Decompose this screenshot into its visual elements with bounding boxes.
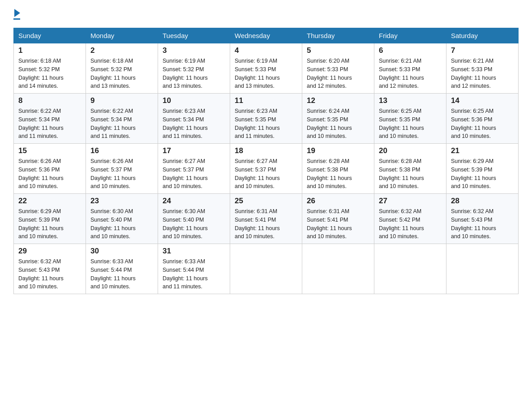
day-number: 7 [451,46,514,55]
day-number: 12 [307,96,369,105]
day-info: Sunrise: 6:27 AMSunset: 5:37 PMDaylight:… [163,157,225,191]
calendar-cell: 21Sunrise: 6:29 AMSunset: 5:39 PMDayligh… [446,144,519,194]
day-number: 22 [18,197,81,206]
day-info: Sunrise: 6:21 AMSunset: 5:33 PMDaylight:… [451,57,514,90]
day-info: Sunrise: 6:20 AMSunset: 5:33 PMDaylight:… [307,57,369,90]
day-number: 15 [18,146,81,155]
day-number: 19 [307,146,369,155]
calendar-cell: 17Sunrise: 6:27 AMSunset: 5:37 PMDayligh… [158,144,230,194]
day-info: Sunrise: 6:27 AMSunset: 5:37 PMDaylight:… [235,157,297,191]
calendar-table: SundayMondayTuesdayWednesdayThursdayFrid… [13,28,519,294]
calendar-cell: 19Sunrise: 6:28 AMSunset: 5:38 PMDayligh… [302,144,374,194]
column-header-wednesday: Wednesday [230,28,302,43]
calendar-cell: 30Sunrise: 6:33 AMSunset: 5:44 PMDayligh… [86,244,158,294]
calendar-cell [230,244,302,294]
day-number: 20 [379,146,442,155]
calendar-cell: 6Sunrise: 6:21 AMSunset: 5:33 PMDaylight… [374,43,446,94]
calendar-cell: 25Sunrise: 6:31 AMSunset: 5:41 PMDayligh… [230,194,302,244]
day-number: 4 [235,46,297,55]
day-info: Sunrise: 6:28 AMSunset: 5:38 PMDaylight:… [379,157,442,191]
day-info: Sunrise: 6:30 AMSunset: 5:40 PMDaylight:… [90,207,153,241]
day-number: 1 [18,46,81,55]
day-number: 17 [163,146,225,155]
logo-underline [13,18,20,20]
day-number: 28 [451,197,514,206]
calendar-week-row: 15Sunrise: 6:26 AMSunset: 5:36 PMDayligh… [14,144,519,194]
calendar-cell: 23Sunrise: 6:30 AMSunset: 5:40 PMDayligh… [86,194,158,244]
calendar-cell: 13Sunrise: 6:25 AMSunset: 5:35 PMDayligh… [374,94,446,144]
day-number: 2 [90,46,153,55]
day-number: 31 [163,247,225,256]
calendar-cell: 10Sunrise: 6:23 AMSunset: 5:34 PMDayligh… [158,94,230,144]
calendar-cell: 22Sunrise: 6:29 AMSunset: 5:39 PMDayligh… [14,194,86,244]
day-info: Sunrise: 6:32 AMSunset: 5:43 PMDaylight:… [451,207,514,241]
calendar-cell: 15Sunrise: 6:26 AMSunset: 5:36 PMDayligh… [14,144,86,194]
calendar-week-row: 8Sunrise: 6:22 AMSunset: 5:34 PMDaylight… [14,94,519,144]
day-info: Sunrise: 6:26 AMSunset: 5:36 PMDaylight:… [18,157,81,191]
day-info: Sunrise: 6:32 AMSunset: 5:43 PMDaylight:… [18,257,81,291]
day-number: 23 [90,197,153,206]
day-info: Sunrise: 6:29 AMSunset: 5:39 PMDaylight:… [18,207,81,241]
day-info: Sunrise: 6:24 AMSunset: 5:35 PMDaylight:… [307,107,369,141]
day-number: 5 [307,46,369,55]
column-header-sunday: Sunday [14,28,86,43]
day-number: 13 [379,96,442,105]
day-number: 21 [451,146,514,155]
calendar-week-row: 1Sunrise: 6:18 AMSunset: 5:32 PMDaylight… [14,43,519,94]
calendar-cell [446,244,519,294]
calendar-cell: 4Sunrise: 6:19 AMSunset: 5:33 PMDaylight… [230,43,302,94]
day-number: 30 [90,247,153,256]
day-number: 3 [163,46,225,55]
day-info: Sunrise: 6:30 AMSunset: 5:40 PMDaylight:… [163,207,225,241]
day-info: Sunrise: 6:33 AMSunset: 5:44 PMDaylight:… [90,257,153,291]
column-header-friday: Friday [374,28,446,43]
calendar-cell: 28Sunrise: 6:32 AMSunset: 5:43 PMDayligh… [446,194,519,244]
calendar-cell: 14Sunrise: 6:25 AMSunset: 5:36 PMDayligh… [446,94,519,144]
logo-arrow-icon [14,9,20,17]
calendar-cell: 16Sunrise: 6:26 AMSunset: 5:37 PMDayligh… [86,144,158,194]
day-number: 25 [235,197,297,206]
day-number: 27 [379,197,442,206]
day-number: 29 [18,247,81,256]
day-info: Sunrise: 6:18 AMSunset: 5:32 PMDaylight:… [18,57,81,90]
day-info: Sunrise: 6:22 AMSunset: 5:34 PMDaylight:… [18,107,81,141]
day-number: 6 [379,46,442,55]
column-header-thursday: Thursday [302,28,374,43]
calendar-header-row: SundayMondayTuesdayWednesdayThursdayFrid… [14,28,519,43]
day-info: Sunrise: 6:23 AMSunset: 5:35 PMDaylight:… [235,107,297,141]
day-info: Sunrise: 6:23 AMSunset: 5:34 PMDaylight:… [163,107,225,141]
calendar-cell: 3Sunrise: 6:19 AMSunset: 5:32 PMDaylight… [158,43,230,94]
day-info: Sunrise: 6:18 AMSunset: 5:32 PMDaylight:… [90,57,153,90]
calendar-cell [302,244,374,294]
day-info: Sunrise: 6:31 AMSunset: 5:41 PMDaylight:… [235,207,297,241]
day-info: Sunrise: 6:29 AMSunset: 5:39 PMDaylight:… [451,157,514,191]
calendar-cell: 9Sunrise: 6:22 AMSunset: 5:34 PMDaylight… [86,94,158,144]
day-number: 16 [90,146,153,155]
day-number: 14 [451,96,514,105]
calendar-cell: 1Sunrise: 6:18 AMSunset: 5:32 PMDaylight… [14,43,86,94]
day-info: Sunrise: 6:19 AMSunset: 5:33 PMDaylight:… [235,57,297,90]
day-info: Sunrise: 6:25 AMSunset: 5:36 PMDaylight:… [451,107,514,141]
calendar-cell: 7Sunrise: 6:21 AMSunset: 5:33 PMDaylight… [446,43,519,94]
calendar-cell: 12Sunrise: 6:24 AMSunset: 5:35 PMDayligh… [302,94,374,144]
day-info: Sunrise: 6:21 AMSunset: 5:33 PMDaylight:… [379,57,442,90]
calendar-cell: 31Sunrise: 6:33 AMSunset: 5:44 PMDayligh… [158,244,230,294]
day-number: 11 [235,96,297,105]
day-info: Sunrise: 6:32 AMSunset: 5:42 PMDaylight:… [379,207,442,241]
logo [13,9,20,20]
day-number: 8 [18,96,81,105]
day-number: 10 [163,96,225,105]
day-number: 9 [90,96,153,105]
day-number: 18 [235,146,297,155]
column-header-saturday: Saturday [446,28,519,43]
column-header-monday: Monday [86,28,158,43]
calendar-cell: 20Sunrise: 6:28 AMSunset: 5:38 PMDayligh… [374,144,446,194]
calendar-week-row: 22Sunrise: 6:29 AMSunset: 5:39 PMDayligh… [14,194,519,244]
calendar-cell: 29Sunrise: 6:32 AMSunset: 5:43 PMDayligh… [14,244,86,294]
calendar-cell: 18Sunrise: 6:27 AMSunset: 5:37 PMDayligh… [230,144,302,194]
calendar-cell: 5Sunrise: 6:20 AMSunset: 5:33 PMDaylight… [302,43,374,94]
day-info: Sunrise: 6:33 AMSunset: 5:44 PMDaylight:… [163,257,225,291]
calendar-cell: 26Sunrise: 6:31 AMSunset: 5:41 PMDayligh… [302,194,374,244]
day-info: Sunrise: 6:22 AMSunset: 5:34 PMDaylight:… [90,107,153,141]
column-header-tuesday: Tuesday [158,28,230,43]
